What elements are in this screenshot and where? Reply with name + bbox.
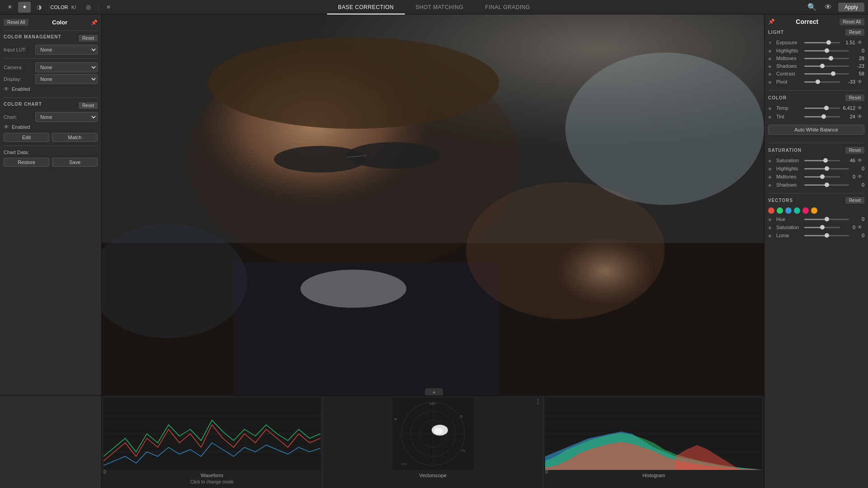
sh-sat-thumb[interactable] xyxy=(825,183,829,187)
color-management-reset[interactable]: Reset xyxy=(79,35,98,42)
yellow-dot[interactable] xyxy=(811,207,817,214)
blue-dot[interactable] xyxy=(785,207,792,214)
k-icon[interactable]: K/ xyxy=(67,2,80,13)
mt-sat-value: 0 xyxy=(842,174,855,179)
svg-text:B: B xyxy=(395,417,397,421)
sat-vec-track[interactable] xyxy=(804,227,840,228)
color-chart-reset[interactable]: Reset xyxy=(79,102,98,109)
auto-wb-button[interactable]: Auto White Balance xyxy=(768,125,864,135)
highlights-light-label: Highlights xyxy=(776,48,802,53)
pivot-thumb[interactable] xyxy=(816,80,820,84)
edit-button[interactable]: Edit xyxy=(4,133,49,142)
correct-reset-all[interactable]: Reset All xyxy=(840,19,864,25)
match-button[interactable]: Match xyxy=(52,133,98,142)
hl-sat-icon: ◈ xyxy=(768,166,774,171)
exposure-track[interactable] xyxy=(804,42,840,43)
color-reset[interactable]: Reset xyxy=(845,94,864,101)
chart-select[interactable]: None xyxy=(35,112,98,122)
cm-enabled-row[interactable]: 👁 Enabled xyxy=(4,86,98,92)
auto-icon[interactable]: ✦ xyxy=(18,2,31,13)
hue-thumb[interactable] xyxy=(825,217,829,221)
tint-track[interactable] xyxy=(804,116,840,117)
luma-thumb[interactable] xyxy=(825,233,829,238)
highlights-light-track[interactable] xyxy=(804,50,849,52)
cyan-dot[interactable] xyxy=(794,207,800,214)
tint-eye[interactable]: 👁 xyxy=(857,113,864,120)
light-reset[interactable]: Reset xyxy=(845,29,864,36)
reset-all-button[interactable]: Reset All xyxy=(4,19,28,26)
photo-display xyxy=(102,14,764,395)
midtones-light-thumb[interactable] xyxy=(829,56,833,61)
apply-button[interactable]: Apply xyxy=(838,3,864,12)
midtones-light-row: ◈ Midtones 28 xyxy=(768,56,864,61)
sat-thumb[interactable] xyxy=(823,158,828,163)
vectors-reset[interactable]: Reset xyxy=(845,197,864,204)
highlights-light-fill xyxy=(804,50,827,52)
temp-track[interactable] xyxy=(804,108,840,109)
color-label[interactable]: COLOR xyxy=(53,2,66,13)
hl-sat-thumb[interactable] xyxy=(825,166,829,171)
luma-icon: ◈ xyxy=(768,233,774,238)
hl-sat-track[interactable] xyxy=(804,168,849,169)
sat-eye[interactable]: 👁 xyxy=(857,157,864,164)
sat-vec-eye[interactable]: 👁 xyxy=(857,224,864,230)
shadows-light-track[interactable] xyxy=(804,66,849,67)
contrast-track[interactable] xyxy=(804,73,849,75)
contrast-thumb[interactable] xyxy=(831,71,835,76)
camera-row: Camera: None xyxy=(4,62,98,72)
camera-select[interactable]: None xyxy=(35,62,98,72)
pin-icon[interactable]: 📌 xyxy=(91,19,98,26)
cc-enabled-row[interactable]: 👁 Enabled xyxy=(4,124,98,130)
exposure-thumb[interactable] xyxy=(826,40,831,45)
red-dot[interactable] xyxy=(768,207,774,214)
list-icon[interactable]: ≡ xyxy=(102,2,115,13)
green-dot[interactable] xyxy=(777,207,783,214)
svg-point-6 xyxy=(347,142,439,169)
pivot-icon: ◈ xyxy=(768,80,774,84)
waveform-sublabel[interactable]: Click to change mode xyxy=(102,479,322,484)
sh-sat-track[interactable] xyxy=(804,184,849,186)
tint-thumb[interactable] xyxy=(821,114,826,119)
mt-sat-track[interactable] xyxy=(804,176,840,178)
luma-track[interactable] xyxy=(804,235,849,236)
pin-right-icon[interactable]: 📌 xyxy=(768,19,775,25)
input-lut-select[interactable]: None xyxy=(35,45,98,55)
sat-vec-thumb[interactable] xyxy=(820,225,825,230)
temp-eye[interactable]: 👁 xyxy=(857,105,864,111)
exposure-fill xyxy=(804,42,829,43)
exposure-eye[interactable]: 👁 xyxy=(857,39,864,46)
tab-base-correction[interactable]: BASE CORRECTION xyxy=(327,0,405,14)
tab-shot-matching[interactable]: SHOT MATCHING xyxy=(405,0,474,14)
color-chart-title: COLOR CHART xyxy=(4,102,42,107)
save-button[interactable]: Save xyxy=(52,158,98,167)
hue-track[interactable] xyxy=(804,219,849,220)
hl-sat-fill xyxy=(804,168,827,169)
light-icon[interactable]: ☀ xyxy=(4,2,16,13)
display-select[interactable]: None xyxy=(35,74,98,84)
circle-icon[interactable]: ◎ xyxy=(82,2,94,13)
magenta-dot[interactable] xyxy=(802,207,809,214)
search-button[interactable]: 🔍 xyxy=(806,2,818,13)
temp-thumb[interactable] xyxy=(824,106,829,110)
topbar-center: BASE CORRECTION SHOT MATCHING FINAL GRAD… xyxy=(327,0,541,14)
restore-button[interactable]: Restore xyxy=(4,158,49,167)
exposure-value: 1.51 xyxy=(842,40,855,45)
midtones-light-track[interactable] xyxy=(804,58,849,59)
saturation-reset[interactable]: Reset xyxy=(845,147,864,154)
pivot-track[interactable] xyxy=(804,81,840,83)
main-canvas xyxy=(102,14,764,395)
vectorscope-canvas: MG R YL CY B xyxy=(325,398,542,470)
temp-value: 6,412 xyxy=(842,105,855,111)
sat-track[interactable] xyxy=(804,160,840,161)
mt-sat-eye[interactable]: 👁 xyxy=(857,174,864,180)
eye-button[interactable]: 👁 xyxy=(822,2,835,13)
expand-handle[interactable] xyxy=(425,388,443,395)
pivot-eye[interactable]: 👁 xyxy=(857,79,864,85)
shadows-sat-row: ◈ Shadows 0 xyxy=(768,182,864,188)
mt-sat-thumb[interactable] xyxy=(820,174,825,179)
shadows-light-thumb[interactable] xyxy=(820,64,825,68)
highlights-light-thumb[interactable] xyxy=(825,48,829,53)
tab-final-grading[interactable]: FINAL GRADING xyxy=(474,0,541,14)
contrast-icon[interactable]: ◑ xyxy=(33,2,45,13)
highlights-sat-row: ◈ Highlights 0 xyxy=(768,166,864,171)
